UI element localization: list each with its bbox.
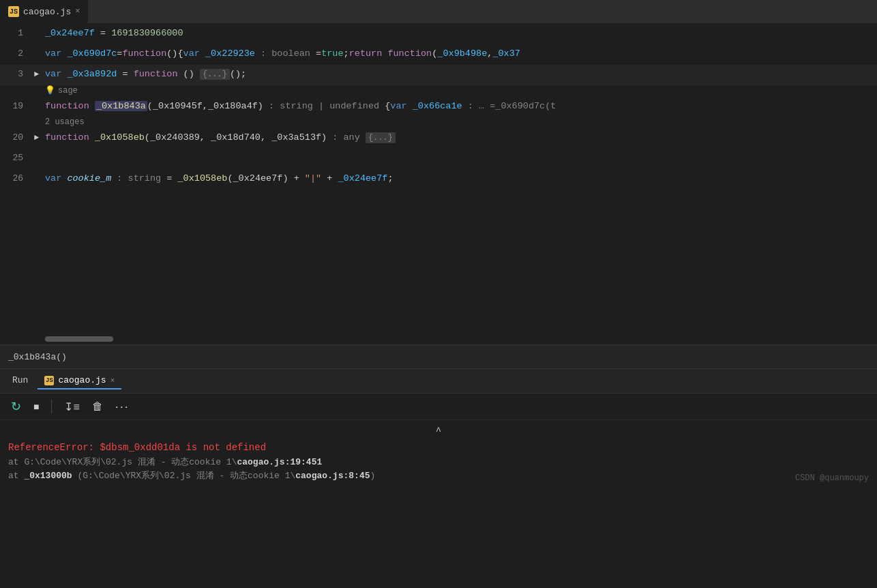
stack-line-2-end: ) [370,471,375,481]
line-number-26: 26 [0,171,34,187]
clear-button[interactable]: 🗑 [89,399,106,414]
stack-line-2-func: _0x13000b [24,471,72,481]
tab-filename: caogao.js [23,7,71,17]
toolbar-separator-1 [51,400,52,413]
function-bar-label: _0x1b843a() [8,352,67,362]
js-icon-bottom: JS [44,376,54,385]
line-content-19: function _0x1b843a(_0x10945f,_0x180a4f) … [45,98,877,115]
line-content-3: var _0x3a892d = function () {...}(); [45,66,877,83]
hint-1usage: 💡 sage [0,85,877,97]
code-line-25: 25 [0,149,877,169]
line-content-1: _0x24ee7f = 1691830966000 [45,25,877,42]
bulb-icon: 💡 [45,85,55,95]
line-number-3: 3 [0,66,34,83]
code-line-19: 19 function _0x1b843a(_0x10945f,_0x180a4… [0,97,877,117]
editor-tab-caogao[interactable]: JS caogao.js × [0,0,89,24]
caret-indicator: ^ [8,426,869,437]
run-tab[interactable]: Run [5,372,35,389]
code-line-2: 2 var _0x690d7c=function(){var _0x22923e… [0,44,877,65]
reference-error-line: ReferenceError: $dbsm_0xdd01da is not de… [8,442,869,453]
file-tab-close-button[interactable]: × [110,377,115,385]
code-line-20: 20 ► function _0x1058eb(_0x240389, _0x18… [0,128,877,149]
run-tab-label: Run [12,375,28,385]
stack-line-1-prefix: at G:\Code\YRX系列\02.js 混淆 - 动态cookie 1\ [8,457,237,467]
line-arrow-20: ► [34,130,45,146]
code-line-3: 3 ► var _0x3a892d = function () {...}(); [0,65,877,85]
tab-bar: JS caogao.js × [0,0,877,24]
bottom-tab-bar: Run JS caogao.js × [0,369,877,394]
file-tab-caogao[interactable]: JS caogao.js × [38,372,121,389]
stack-line-2: at _0x13000b (G:\Code\YRX系列\02.js 混淆 - 动… [8,469,869,482]
more-button[interactable]: ··· [113,398,132,415]
restart-button[interactable]: ↻ [8,398,24,415]
watermark: CSDN @quanmoupy [795,473,869,483]
scroll-to-end-button[interactable]: ↧≡ [61,399,82,415]
code-line-1: 1 _0x24ee7f = 1691830966000 [0,24,877,44]
line-content-26: var cookie_m : string = _0x1058eb(_0x24e… [45,171,877,187]
stack-line-2-prefix: at [8,471,24,481]
bottom-panel: Run JS caogao.js × ↻ ■ ↧≡ 🗑 ··· ^ Refere… [0,369,877,488]
horizontal-scrollbar[interactable] [45,336,113,342]
stack-line-1: at G:\Code\YRX系列\02.js 混淆 - 动态cookie 1\c… [8,456,869,468]
editor-area: 1 _0x24ee7f = 1691830966000 2 var _0x690… [0,24,877,344]
tab-close-button[interactable]: × [75,7,80,16]
hint-2usages: 2 usages [0,117,877,128]
stop-button[interactable]: ■ [31,400,42,413]
debug-toolbar: ↻ ■ ↧≡ 🗑 ··· [0,394,877,420]
usage-count-2: 2 usages [45,117,85,127]
stack-line-2-mid: (G:\Code\YRX系列\02.js 混淆 - 动态cookie 1\ [72,471,296,481]
function-bar: _0x1b843a() [0,344,877,369]
line-number-2: 2 [0,46,34,62]
stack-line-1-file: caogao.js:19:451 [237,457,322,467]
line-number-20: 20 [0,130,34,146]
code-line-26: 26 var cookie_m : string = _0x1058eb(_0x… [0,169,877,190]
usage-count-1: sage [58,86,78,95]
error-text: ReferenceError: $dbsm_0xdd01da is not de… [8,442,266,453]
line-arrow-3: ► [34,66,45,83]
line-number-25: 25 [0,150,34,166]
line-number-1: 1 [0,25,34,42]
stack-line-2-file: caogao.js:8:45 [295,471,370,481]
line-content-2: var _0x690d7c=function(){var _0x22923e :… [45,46,877,62]
js-icon: JS [8,6,19,17]
line-number-19: 19 [0,98,34,115]
line-content-20: function _0x1058eb(_0x240389, _0x18d740,… [45,130,877,146]
file-tab-label: caogao.js [58,375,106,385]
console-output: ^ ReferenceError: $dbsm_0xdd01da is not … [0,420,877,488]
